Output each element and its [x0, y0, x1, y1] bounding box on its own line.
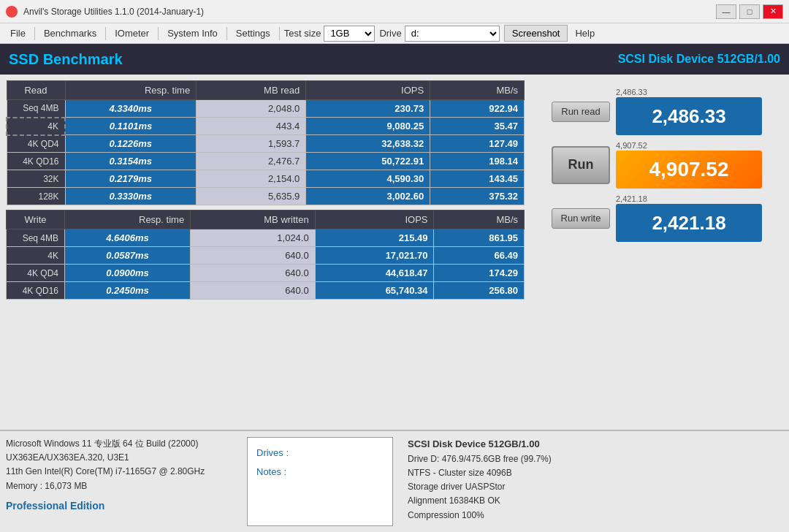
- write-row-iops: 65,740.34: [315, 282, 434, 300]
- write-row-iops: 17,021.70: [315, 247, 434, 265]
- run-write-button[interactable]: Run write: [552, 208, 610, 229]
- read-row-iops: 9,080.25: [306, 118, 430, 135]
- disk-line3: Storage driver UASPStor: [408, 480, 783, 494]
- total-score-label: 4,907.52: [616, 141, 762, 150]
- read-row-resp: 0.3154ms: [65, 153, 197, 170]
- read-score-box: 2,486.33 2,486.33: [616, 88, 762, 135]
- write-table-row: Seq 4MB4.6406ms1,024.0215.49861.95: [7, 229, 525, 247]
- menu-settings[interactable]: Settings: [229, 25, 278, 42]
- write-row-mbs: 66.49: [434, 247, 525, 265]
- read-row-iops: 230.73: [306, 100, 430, 118]
- write-row-resp: 0.0900ms: [65, 265, 191, 282]
- write-row-name: 4K: [7, 247, 65, 265]
- read-row-mb: 5,635.9: [197, 188, 306, 205]
- close-button[interactable]: ✕: [763, 4, 783, 19]
- disk-line1: Drive D: 476.9/475.6GB free (99.7%): [408, 452, 783, 466]
- drive-label: Drive: [379, 28, 401, 39]
- run-read-button[interactable]: Run read: [552, 102, 610, 122]
- title-bar: Anvil's Storage Utilities 1.1.0 (2014-Ja…: [0, 0, 789, 23]
- test-size-select[interactable]: 1GB 4GB 100MB: [324, 26, 375, 42]
- read-row-iops: 4,590.30: [306, 170, 430, 188]
- write-score-display: 2,421.18: [616, 204, 762, 242]
- read-row-mbs: 35.47: [430, 118, 525, 135]
- sys-line4: Memory : 16,073 MB: [6, 479, 240, 493]
- read-table-row: 4K QD160.3154ms2,476.750,722.91198.14: [7, 153, 525, 170]
- read-row-mb: 2,154.0: [197, 170, 306, 188]
- menu-file[interactable]: File: [3, 25, 33, 42]
- read-row-resp: 0.1226ms: [65, 135, 197, 153]
- write-table-row: 4K0.0587ms640.017,021.7066.49: [7, 247, 525, 265]
- read-row-mb: 1,593.7: [197, 135, 306, 153]
- screenshot-button[interactable]: Screenshot: [504, 25, 568, 42]
- read-table-row: 32K0.2179ms2,154.04,590.30143.45: [7, 170, 525, 188]
- write-score-box: 2,421.18 2,421.18: [616, 194, 762, 242]
- read-row-resp: 4.3340ms: [65, 100, 197, 118]
- sys-line3: 11th Gen Intel(R) Core(TM) i7-1165G7 @ 2…: [6, 465, 240, 479]
- maximize-button[interactable]: □: [739, 4, 760, 19]
- sys-line1: Microsoft Windows 11 专业版 64 位 Build (220…: [6, 437, 240, 451]
- write-row-mb: 640.0: [191, 265, 316, 282]
- menu-benchmarks[interactable]: Benchmarks: [37, 25, 104, 42]
- drive-select[interactable]: d: c:: [405, 26, 500, 42]
- menu-bar: File Benchmarks IOmeter System Info Sett…: [0, 23, 789, 44]
- write-row-mbs: 861.95: [434, 229, 525, 247]
- read-row-name: 4K: [7, 118, 65, 135]
- menu-iometer[interactable]: IOmeter: [107, 25, 156, 42]
- write-table: Write Resp. time MB written IOPS MB/s Se…: [6, 210, 525, 300]
- write-row-name: 4K QD4: [7, 265, 65, 282]
- read-header-mbs: MB/s: [430, 81, 525, 100]
- disk-info-header: SCSI Disk Device 512GB/1.00: [618, 53, 780, 66]
- write-score-label: 2,421.18: [616, 194, 762, 203]
- write-row-iops: 215.49: [315, 229, 434, 247]
- read-row-mbs: 198.14: [430, 153, 525, 170]
- write-row-name: 4K QD16: [7, 282, 65, 300]
- read-row-name: 32K: [7, 170, 65, 188]
- benchmark-table: Read Resp. time MB read IOPS MB/s Seq 4M…: [6, 80, 525, 424]
- read-row-mbs: 143.45: [430, 170, 525, 188]
- write-table-row: 4K QD160.2450ms640.065,740.34256.80: [7, 282, 525, 300]
- drives-label: Drives :: [256, 444, 384, 463]
- read-row-mb: 2,048.0: [197, 100, 306, 118]
- read-row-mbs: 922.94: [430, 100, 525, 118]
- read-row-name: Seq 4MB: [7, 100, 65, 118]
- main-content: Read Resp. time MB read IOPS MB/s Seq 4M…: [0, 75, 789, 430]
- menu-help[interactable]: Help: [568, 25, 602, 42]
- drives-box: Drives : Notes :: [247, 437, 393, 526]
- read-row-resp: 0.1101ms: [65, 118, 197, 135]
- read-header-mb: MB read: [197, 81, 306, 100]
- header-bar: SSD Benchmark SCSI Disk Device 512GB/1.0…: [0, 44, 789, 75]
- read-table-row: 128K0.3330ms5,635.93,002.60375.32: [7, 188, 525, 205]
- read-table-row: 4K QD40.1226ms1,593.732,638.32127.49: [7, 135, 525, 153]
- read-row-mbs: 127.49: [430, 135, 525, 153]
- write-row-resp: 0.0587ms: [65, 247, 191, 265]
- ssd-benchmark-title: SSD Benchmark: [9, 51, 123, 68]
- read-row-iops: 3,002.60: [306, 188, 430, 205]
- write-header-mbs: MB/s: [434, 210, 525, 229]
- read-row-iops: 50,722.91: [306, 153, 430, 170]
- disk-line5: Compression 100%: [408, 509, 783, 522]
- read-table-row: Seq 4MB4.3340ms2,048.0230.73922.94: [7, 100, 525, 118]
- read-header-iops: IOPS: [306, 81, 430, 100]
- read-row-mbs: 375.32: [430, 188, 525, 205]
- read-row-iops: 32,638.32: [306, 135, 430, 153]
- test-size-group: Test size 1GB 4GB 100MB: [284, 26, 376, 42]
- write-header-resp: Resp. time: [65, 210, 191, 229]
- total-score-display: 4,907.52: [616, 151, 762, 189]
- write-header-name: Write: [7, 210, 65, 229]
- read-header-resp: Resp. time: [65, 81, 197, 100]
- write-row-iops: 44,618.47: [315, 265, 434, 282]
- total-score-row: Run 4,907.52 4,907.52: [530, 141, 783, 189]
- run-button[interactable]: Run: [552, 146, 610, 184]
- total-score-box: 4,907.52 4,907.52: [616, 141, 762, 189]
- disk-info-panel: SCSI Disk Device 512GB/1.00 Drive D: 476…: [400, 437, 783, 526]
- write-row-mbs: 256.80: [434, 282, 525, 300]
- read-score-display: 2,486.33: [616, 97, 762, 135]
- read-table-row: 4K0.1101ms443.49,080.2535.47: [7, 118, 525, 135]
- menu-sysinfo[interactable]: System Info: [160, 25, 225, 42]
- read-row-resp: 0.3330ms: [65, 188, 197, 205]
- minimize-button[interactable]: —: [716, 4, 736, 19]
- window-controls: — □ ✕: [716, 4, 783, 19]
- read-row-mb: 2,476.7: [197, 153, 306, 170]
- app-icon: [6, 6, 18, 18]
- right-panel: Run read 2,486.33 2,486.33 Run 4,907.52 …: [530, 80, 783, 424]
